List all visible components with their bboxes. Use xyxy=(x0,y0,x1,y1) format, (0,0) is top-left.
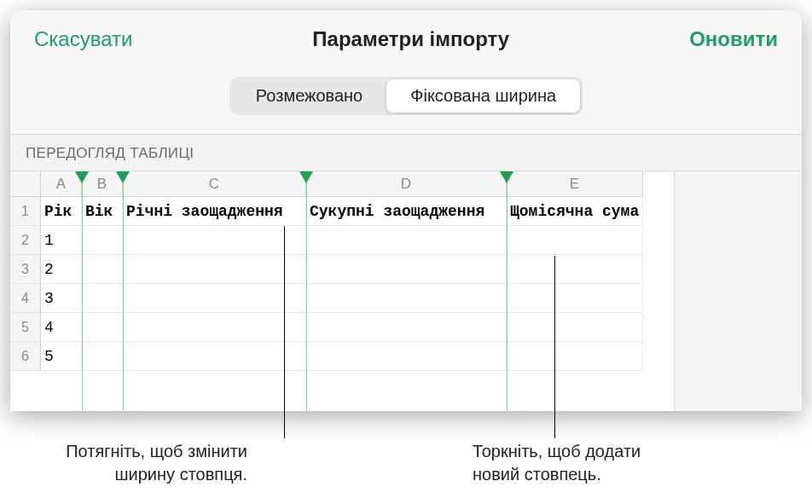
cancel-button[interactable]: Скасувати xyxy=(34,27,132,51)
column-divider-handle[interactable] xyxy=(75,171,89,183)
column-divider-handle[interactable] xyxy=(116,171,130,183)
cell[interactable] xyxy=(507,284,643,313)
cell[interactable] xyxy=(306,226,507,255)
cell[interactable] xyxy=(82,313,123,342)
row-number: 5 xyxy=(10,313,41,342)
table-row: 32 xyxy=(10,255,802,284)
cell[interactable]: 5 xyxy=(41,342,82,371)
caption-add: Торкніть, щоб додати новий стовпець. xyxy=(473,440,788,486)
cell[interactable]: Щомісячна сума xyxy=(507,197,643,226)
cell[interactable] xyxy=(306,255,507,284)
cell[interactable] xyxy=(123,255,306,284)
callout-line-resize xyxy=(284,226,285,438)
table-row: 65 xyxy=(10,342,802,371)
mode-segmented-wrap: Розмежовано Фіксована ширина xyxy=(10,61,802,134)
cell[interactable] xyxy=(123,226,306,255)
table-row: 43 xyxy=(10,284,802,313)
row-number: 2 xyxy=(10,226,41,255)
cell[interactable] xyxy=(306,313,507,342)
table-row: 21 xyxy=(10,226,802,255)
data-rows: 1РікВікРічні заощадженняСукупні заощадже… xyxy=(10,197,802,371)
update-button[interactable]: Оновити xyxy=(689,27,778,51)
cell[interactable]: Сукупні заощадження xyxy=(306,197,507,226)
column-header-c[interactable]: C xyxy=(123,171,306,197)
cell[interactable] xyxy=(123,284,306,313)
table-preview-label: ПЕРЕДОГЛЯД ТАБЛИЦІ xyxy=(10,134,802,171)
row-number: 1 xyxy=(10,197,41,226)
cell[interactable] xyxy=(306,284,507,313)
cell[interactable]: Вік xyxy=(82,197,123,226)
row-number: 3 xyxy=(10,255,41,284)
column-header-e[interactable]: E xyxy=(507,171,643,197)
dialog-title: Параметри імпорту xyxy=(312,27,509,51)
column-divider-handle[interactable] xyxy=(500,171,513,183)
corner-cell xyxy=(10,171,41,197)
table-row: 54 xyxy=(10,313,802,342)
import-options-dialog: Скасувати Параметри імпорту Оновити Розм… xyxy=(10,10,802,411)
column-header-d[interactable]: D xyxy=(306,171,507,197)
cell[interactable]: 1 xyxy=(41,226,82,255)
table-row: 1РікВікРічні заощадженняСукупні заощадже… xyxy=(10,197,802,226)
dialog-header: Скасувати Параметри імпорту Оновити xyxy=(10,10,802,61)
cell[interactable]: 4 xyxy=(41,313,82,342)
table-preview[interactable]: ABCDE 1РікВікРічні заощадженняСукупні за… xyxy=(10,171,802,411)
cell[interactable]: 2 xyxy=(41,255,82,284)
callout-line-add xyxy=(554,256,555,438)
cell[interactable] xyxy=(507,342,643,371)
column-headers-row: ABCDE xyxy=(10,171,802,197)
cell[interactable] xyxy=(306,342,507,371)
cell[interactable]: Рік xyxy=(41,197,82,226)
cell[interactable] xyxy=(82,255,123,284)
cell[interactable] xyxy=(82,284,123,313)
cell[interactable]: Річні заощадження xyxy=(123,197,306,226)
cell[interactable] xyxy=(123,313,306,342)
cell[interactable] xyxy=(82,226,123,255)
segment-fixed-width[interactable]: Фіксована ширина xyxy=(386,79,580,113)
cell[interactable] xyxy=(82,342,123,371)
mode-segmented-control[interactable]: Розмежовано Фіксована ширина xyxy=(229,77,583,115)
cell[interactable] xyxy=(507,313,643,342)
cell[interactable] xyxy=(507,226,643,255)
segment-delimited[interactable]: Розмежовано xyxy=(232,79,386,113)
cell[interactable]: 3 xyxy=(41,284,82,313)
caption-resize: Потягніть, щоб змінити ширину стовпця. xyxy=(17,440,247,486)
row-number: 4 xyxy=(10,284,41,313)
cell[interactable] xyxy=(507,255,643,284)
row-number: 6 xyxy=(10,342,41,371)
column-divider-handle[interactable] xyxy=(299,171,313,183)
cell[interactable] xyxy=(123,342,306,371)
